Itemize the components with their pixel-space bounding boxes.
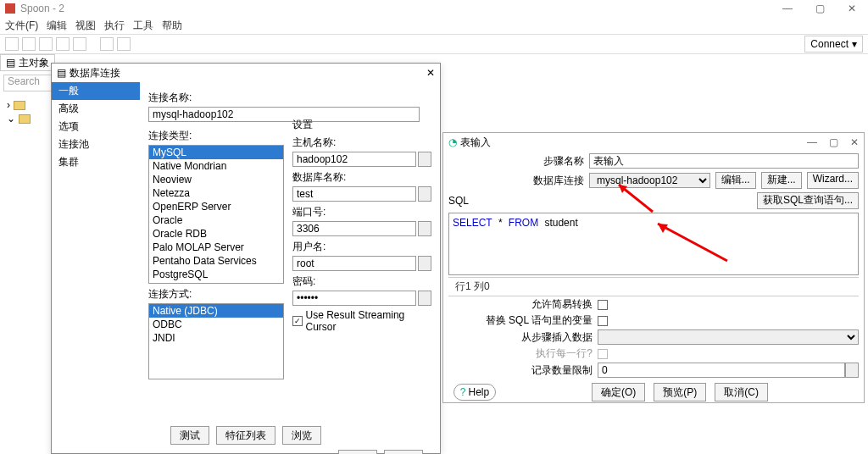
var-icon[interactable] — [418, 291, 431, 306]
access-native[interactable]: Native (JDBC) — [149, 304, 283, 318]
cat-cluster[interactable]: 集群 — [52, 153, 140, 171]
sql-editor[interactable]: SELECT * FROM student — [448, 213, 859, 275]
replace-vars-label: 替换 SQL 语句里的变量 — [448, 313, 593, 328]
conn-type-label: 连接类型: — [148, 129, 284, 143]
settings-label: 设置 — [292, 118, 431, 132]
close-icon[interactable]: ✕ — [850, 136, 859, 148]
var-icon[interactable] — [845, 363, 859, 378]
app-icon — [5, 3, 15, 14]
dbname-label: 数据库名称: — [292, 170, 431, 185]
db-connection-dialog: ▤ 数据库连接 ✕ 一般 高级 选项 连接池 集群 连接名称: mysql-ha… — [51, 63, 441, 454]
connect-label: Connect — [810, 38, 849, 50]
cancel-button[interactable]: 取消(C) — [715, 383, 768, 401]
minimize-icon[interactable]: — — [771, 0, 804, 17]
saveas-icon[interactable] — [73, 37, 86, 51]
perspective-icon[interactable] — [100, 37, 114, 51]
port-input[interactable]: 3306 — [292, 221, 416, 236]
cat-advanced[interactable]: 高级 — [52, 100, 140, 118]
replace-vars-checkbox[interactable] — [598, 316, 608, 326]
dbconn-label: 数据库连接 — [448, 174, 584, 188]
type-item[interactable]: Oracle RDB — [149, 227, 283, 241]
var-icon[interactable] — [418, 186, 431, 202]
tab-main-objects[interactable]: ▤ 主对象 — [0, 54, 55, 71]
type-item[interactable]: Palo MOLAP Server — [149, 241, 283, 254]
type-item[interactable]: Redshift — [149, 281, 283, 284]
streaming-cursor-checkbox[interactable]: ✓ Use Result Streaming Cursor — [292, 309, 431, 333]
ok-button[interactable]: 确定(O) — [592, 383, 645, 401]
folder-icon — [19, 114, 31, 124]
open-icon[interactable] — [22, 37, 36, 51]
pass-input[interactable]: •••••• — [292, 291, 416, 306]
menu-tools[interactable]: 工具 — [133, 19, 153, 33]
allow-lazy-checkbox[interactable] — [598, 300, 608, 310]
access-jndi[interactable]: JNDI — [149, 331, 283, 345]
minimize-icon[interactable]: — — [807, 136, 817, 148]
new-button[interactable]: 新建... — [761, 172, 802, 189]
db-icon[interactable] — [117, 37, 131, 51]
var-icon[interactable] — [418, 221, 431, 236]
menu-help[interactable]: 帮助 — [162, 19, 182, 33]
menu-edit[interactable]: 编辑 — [47, 19, 67, 33]
pass-label: 密码: — [292, 274, 431, 289]
cat-general[interactable]: 一般 — [52, 82, 140, 100]
help-button[interactable]: ?Help — [453, 384, 496, 401]
type-item[interactable]: Netezza — [149, 186, 283, 200]
var-icon[interactable] — [418, 256, 431, 271]
dbname-input[interactable]: test — [292, 186, 416, 202]
type-item[interactable]: Neoview — [149, 173, 283, 186]
from-step-select[interactable] — [598, 329, 859, 345]
type-mysql[interactable]: MySQL — [149, 146, 283, 159]
cat-options[interactable]: 选项 — [52, 118, 140, 136]
collapse-icon[interactable]: ⌄ — [7, 113, 15, 125]
get-sql-button[interactable]: 获取SQL查询语句... — [757, 192, 859, 209]
step-icon: ◔ — [448, 136, 457, 148]
type-item[interactable]: Pentaho Data Services — [149, 254, 283, 268]
new-icon[interactable] — [5, 37, 19, 51]
limit-label: 记录数量限制 — [448, 363, 593, 378]
ok-button[interactable]: 确认 — [338, 450, 377, 454]
type-item[interactable]: Native Mondrian — [149, 159, 283, 173]
cancel-button[interactable]: 取消 — [384, 450, 423, 454]
test-button[interactable]: 测试 — [170, 426, 209, 445]
expand-icon[interactable]: › — [7, 99, 10, 111]
user-label: 用户名: — [292, 240, 431, 254]
from-step-label: 从步骤插入数据 — [448, 330, 593, 345]
browse-button[interactable]: 浏览 — [282, 426, 321, 445]
conn-type-list[interactable]: MySQL Native Mondrian Neoview Netezza Op… — [148, 145, 284, 284]
host-input[interactable]: hadoop102 — [292, 152, 416, 167]
edit-button[interactable]: 编辑... — [715, 172, 756, 189]
cat-pool[interactable]: 连接池 — [52, 136, 140, 153]
step-name-input[interactable] — [589, 153, 859, 169]
save-icon[interactable] — [56, 37, 70, 51]
cursor-status: 行1 列0 — [448, 277, 859, 296]
connect-button[interactable]: Connect ▾ — [804, 36, 863, 53]
step-name-label: 步骤名称 — [448, 154, 584, 169]
each-row-checkbox — [598, 349, 608, 359]
var-icon[interactable] — [418, 152, 431, 167]
user-input[interactable]: root — [292, 256, 416, 271]
type-item[interactable]: PostgreSQL — [149, 268, 283, 281]
dialog-title: 数据库连接 — [70, 66, 120, 80]
access-list[interactable]: Native (JDBC) ODBC JNDI — [148, 303, 284, 379]
wizard-button[interactable]: Wizard... — [807, 172, 859, 189]
access-odbc[interactable]: ODBC — [149, 318, 283, 331]
close-icon[interactable]: ✕ — [426, 67, 435, 79]
menu-view[interactable]: 视图 — [75, 19, 96, 33]
app-title: Spoon - 2 — [20, 3, 64, 14]
type-item[interactable]: Oracle — [149, 213, 283, 227]
explore-icon[interactable] — [39, 37, 53, 51]
menu-run[interactable]: 执行 — [104, 19, 125, 33]
maximize-icon[interactable]: ▢ — [804, 0, 836, 17]
access-label: 连接方式: — [148, 287, 284, 302]
conn-name-label: 连接名称: — [148, 91, 284, 105]
preview-button[interactable]: 预览(P) — [654, 383, 706, 401]
sql-label: SQL — [448, 195, 469, 207]
maximize-icon[interactable]: ▢ — [829, 136, 838, 148]
close-icon[interactable]: ✕ — [836, 0, 868, 17]
limit-input[interactable] — [598, 363, 845, 378]
dbconn-select[interactable]: mysql-hadoop102 — [589, 173, 710, 188]
chevron-down-icon: ▾ — [852, 38, 857, 50]
feature-list-button[interactable]: 特征列表 — [216, 426, 275, 445]
type-item[interactable]: OpenERP Server — [149, 200, 283, 213]
menu-file[interactable]: 文件(F) — [5, 19, 38, 33]
